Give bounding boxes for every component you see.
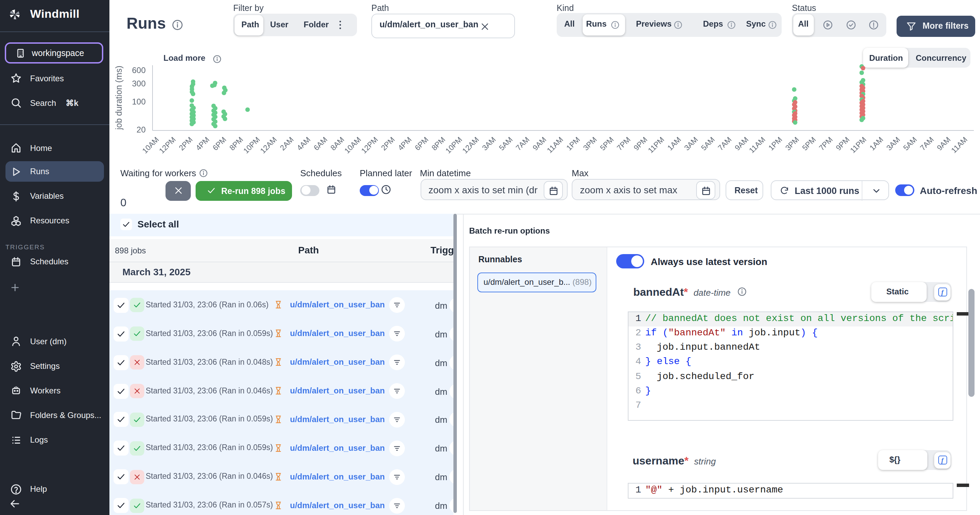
svg-text:2AM: 2AM	[278, 135, 296, 152]
svg-text:11PM: 11PM	[848, 135, 868, 155]
svg-text:5PM: 5PM	[598, 135, 616, 152]
svg-text:10AM: 10AM	[343, 135, 363, 155]
svg-text:job duration (ms): job duration (ms)	[114, 66, 123, 130]
svg-text:7PM: 7PM	[817, 135, 834, 152]
svg-text:2PM: 2PM	[177, 135, 194, 152]
svg-text:12PM: 12PM	[157, 135, 177, 155]
svg-text:12AM: 12AM	[461, 135, 480, 155]
svg-text:7AM: 7AM	[918, 135, 935, 152]
svg-text:6PM: 6PM	[211, 135, 228, 152]
svg-text:11AM: 11AM	[546, 135, 565, 155]
svg-text:9AM: 9AM	[935, 135, 952, 152]
svg-text:12AM: 12AM	[259, 135, 278, 155]
svg-text:3AM: 3AM	[682, 135, 700, 152]
svg-text:4PM: 4PM	[396, 135, 414, 152]
svg-text:11PM: 11PM	[646, 135, 666, 155]
svg-text:5AM: 5AM	[902, 135, 919, 152]
svg-text:300: 300	[132, 79, 146, 88]
svg-text:11AM: 11AM	[748, 135, 767, 155]
svg-text:2PM: 2PM	[380, 135, 397, 152]
svg-text:600: 600	[132, 66, 146, 75]
svg-text:3AM: 3AM	[885, 135, 902, 152]
svg-text:1AM: 1AM	[868, 135, 885, 152]
svg-text:10PM: 10PM	[444, 135, 464, 155]
svg-text:1PM: 1PM	[767, 135, 784, 152]
svg-text:7AM: 7AM	[716, 135, 733, 152]
svg-text:9PM: 9PM	[632, 135, 649, 152]
svg-text:100: 100	[132, 97, 146, 106]
svg-text:6PM: 6PM	[413, 135, 430, 152]
svg-text:4AM: 4AM	[295, 135, 312, 152]
svg-text:1PM: 1PM	[565, 135, 582, 152]
svg-text:9AM: 9AM	[733, 135, 750, 152]
svg-text:11AM: 11AM	[950, 135, 969, 155]
svg-text:12PM: 12PM	[360, 135, 380, 155]
svg-text:9PM: 9PM	[834, 135, 851, 152]
svg-text:5AM: 5AM	[497, 135, 514, 152]
svg-text:10AM: 10AM	[140, 135, 161, 155]
svg-text:7AM: 7AM	[514, 135, 531, 152]
svg-text:3PM: 3PM	[784, 135, 801, 152]
svg-text:9AM: 9AM	[531, 135, 548, 152]
svg-text:3PM: 3PM	[582, 135, 599, 152]
svg-text:3AM: 3AM	[480, 135, 498, 152]
svg-text:5PM: 5PM	[800, 135, 818, 152]
svg-text:5AM: 5AM	[699, 135, 716, 152]
svg-text:4PM: 4PM	[194, 135, 211, 152]
svg-text:1AM: 1AM	[666, 135, 683, 152]
svg-text:20: 20	[137, 125, 146, 134]
svg-text:6AM: 6AM	[312, 135, 329, 152]
svg-text:7PM: 7PM	[615, 135, 632, 152]
svg-text:10PM: 10PM	[242, 135, 262, 155]
